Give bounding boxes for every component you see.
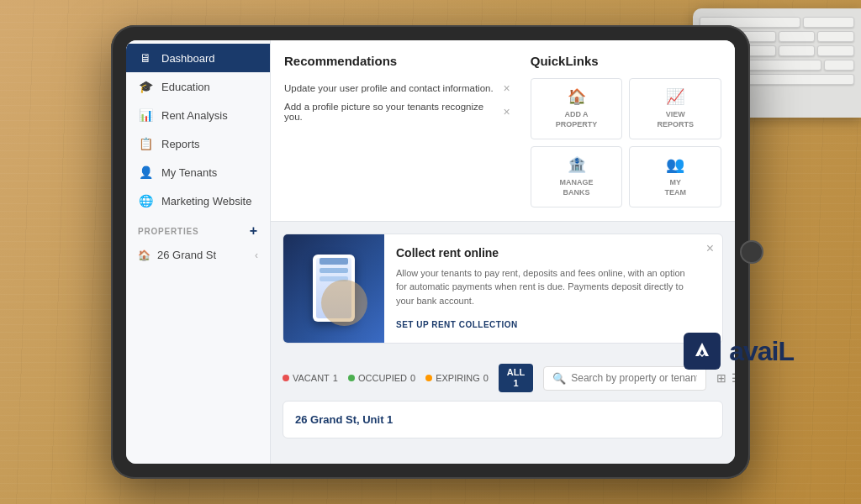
avail-brand-text: avaiL (729, 336, 794, 367)
property-chevron-icon: ‹ (255, 249, 258, 261)
stat-expiring: EXPIRING 0 (425, 373, 489, 383)
dashboard-icon: 🖥 (138, 51, 153, 65)
quicklink-my-team-label: MYTEAM (664, 178, 686, 197)
all-count: 1 (513, 378, 518, 389)
my-team-ql-icon: 👥 (666, 155, 684, 175)
filter-stats: VACANT 1 OCCUPIED 0 EXPIRING 0 (283, 373, 489, 383)
add-property-ql-icon: 🏠 (568, 87, 586, 107)
occupied-count: 0 (410, 373, 415, 383)
promo-cta-link[interactable]: SET UP RENT COLLECTION (396, 320, 518, 329)
vacant-label: VACANT (293, 373, 330, 383)
promo-close-button[interactable]: × (706, 241, 714, 256)
promo-title: Collect rent online (396, 246, 689, 260)
sidebar-my-tenants-label: My Tenants (161, 166, 217, 179)
main-content: Recommendations Update your user profile… (271, 40, 735, 464)
filter-all-button[interactable]: ALL 1 (499, 364, 533, 392)
education-icon: 🎓 (138, 80, 153, 93)
view-icons: ⊞ ☰ (716, 371, 735, 385)
filter-bar: VACANT 1 OCCUPIED 0 EXPIRING 0 (271, 355, 735, 401)
quicklinks-grid: 🏠 ADD APROPERTY 📈 VIEWREPORTS 🏦 MANAGEBA… (531, 78, 721, 207)
sidebar-item-my-tenants[interactable]: 👤 My Tenants (126, 158, 270, 186)
add-property-icon[interactable]: + (250, 223, 258, 239)
promo-image (283, 234, 384, 344)
recommendations-title: Recommendations (284, 54, 514, 68)
top-panels: Recommendations Update your user profile… (271, 40, 735, 222)
tablet-screen: 🖥 Dashboard 🎓 Education 📊 Rent Analysis … (126, 40, 735, 464)
quicklink-my-team[interactable]: 👥 MYTEAM (629, 146, 721, 207)
expiring-dot (425, 375, 432, 381)
quicklinks-panel: QuickLinks 🏠 ADD APROPERTY 📈 VIEWREPORTS (531, 54, 721, 207)
occupied-label: OCCUPIED (358, 373, 407, 383)
all-label: ALL (507, 367, 525, 378)
quicklink-add-property-label: ADD APROPERTY (556, 110, 598, 129)
expiring-label: EXPIRING (436, 373, 480, 383)
marketing-icon: 🌐 (138, 194, 153, 207)
sidebar-education-label: Education (161, 81, 210, 93)
recommendations-panel: Recommendations Update your user profile… (284, 54, 514, 207)
sidebar-property-item[interactable]: 🏠 26 Grand St ‹ (126, 242, 270, 268)
sidebar-item-reports[interactable]: 📋 Reports (126, 129, 270, 158)
quicklinks-title: QuickLinks (531, 54, 721, 68)
avail-logo: avaiL (684, 333, 794, 370)
reports-icon: 📋 (138, 137, 153, 150)
property-card-title: 26 Grand St, Unit 1 (295, 413, 710, 426)
stat-occupied: OCCUPIED 0 (348, 373, 415, 383)
sidebar: 🖥 Dashboard 🎓 Education 📊 Rent Analysis … (126, 40, 271, 464)
properties-section-label: PROPERTIES (138, 227, 198, 236)
sidebar-reports-label: Reports (161, 138, 200, 150)
search-input[interactable] (571, 372, 697, 384)
grid-view-icon[interactable]: ⊞ (716, 371, 726, 385)
sidebar-item-education[interactable]: 🎓 Education (126, 72, 270, 101)
expiring-count: 0 (483, 373, 489, 383)
search-box[interactable]: 🔍 (543, 366, 706, 391)
property-home-icon: 🏠 (138, 249, 151, 261)
sidebar-nav: 🖥 Dashboard 🎓 Education 📊 Rent Analysis … (126, 40, 270, 268)
tablet-frame: 🖥 Dashboard 🎓 Education 📊 Rent Analysis … (111, 25, 750, 479)
search-icon: 🔍 (552, 372, 566, 385)
tenants-icon: 👤 (138, 165, 153, 179)
quicklink-add-property[interactable]: 🏠 ADD APROPERTY (531, 78, 623, 139)
sidebar-dashboard-label: Dashboard (161, 52, 215, 65)
sidebar-item-rent-analysis[interactable]: 📊 Rent Analysis (126, 101, 270, 129)
sidebar-rent-analysis-label: Rent Analysis (161, 109, 228, 122)
rec-text-1: Update your user profile and contact inf… (284, 83, 494, 93)
vacant-dot (283, 375, 289, 381)
promo-description: Allow your tenants to pay rent, deposits… (396, 266, 689, 308)
manage-banks-ql-icon: 🏦 (568, 155, 586, 175)
sidebar-item-dashboard[interactable]: 🖥 Dashboard (126, 44, 270, 72)
sidebar-properties-section: PROPERTIES + (126, 215, 270, 242)
view-reports-ql-icon: 📈 (666, 87, 684, 107)
promo-card: × C (283, 234, 723, 344)
rec-close-2[interactable]: × (500, 105, 514, 118)
recommendation-item-1: Update your user profile and contact inf… (284, 78, 514, 98)
rec-close-1[interactable]: × (500, 81, 514, 95)
property-left: 🏠 26 Grand St (138, 249, 216, 261)
quicklink-manage-banks[interactable]: 🏦 MANAGEBANKS (531, 146, 623, 207)
list-view-icon[interactable]: ☰ (732, 371, 735, 385)
quicklink-view-reports-label: VIEWREPORTS (657, 110, 694, 129)
vacant-count: 1 (333, 373, 338, 383)
avail-icon (684, 333, 721, 370)
sidebar-item-marketing-website[interactable]: 🌐 Marketing Website (126, 186, 270, 215)
tablet-home-button[interactable] (740, 240, 763, 264)
promo-content: Collect rent online Allow your tenants t… (384, 234, 722, 344)
quicklink-manage-banks-label: MANAGEBANKS (560, 178, 594, 197)
property-card: 26 Grand St, Unit 1 (283, 401, 723, 438)
sidebar-marketing-label: Marketing Website (161, 195, 251, 207)
rent-analysis-icon: 📊 (138, 108, 153, 122)
quicklink-view-reports[interactable]: 📈 VIEWREPORTS (629, 78, 721, 139)
rec-text-2: Add a profile picture so your tenants re… (284, 102, 500, 122)
recommendation-item-2: Add a profile picture so your tenants re… (284, 98, 514, 125)
stat-vacant: VACANT 1 (283, 373, 338, 383)
occupied-dot (348, 375, 355, 381)
property-name: 26 Grand St (157, 249, 216, 261)
